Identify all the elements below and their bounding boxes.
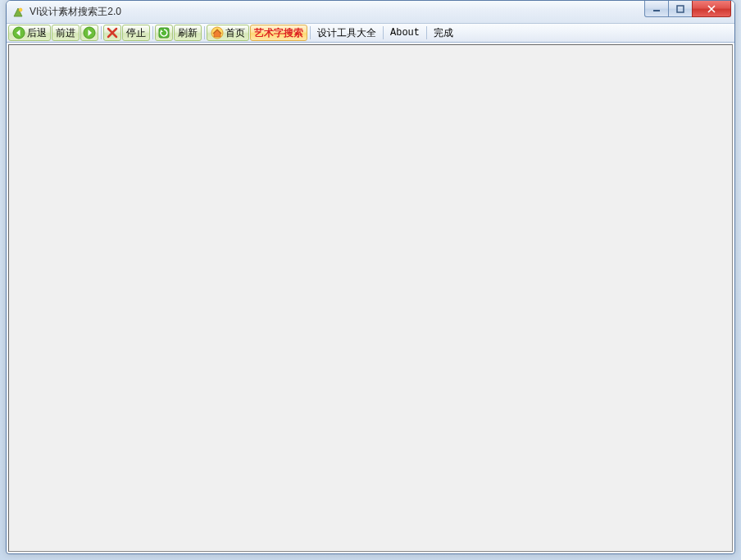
stop-x-icon [106, 26, 119, 39]
toolbar-separator [383, 26, 384, 39]
svg-rect-2 [677, 6, 684, 12]
back-arrow-icon [12, 26, 25, 39]
art-search-button[interactable]: 艺术字搜索 [250, 25, 307, 41]
forward-label: 前进 [56, 26, 75, 40]
maximize-button[interactable] [668, 1, 693, 17]
design-tools-link[interactable]: 设计工具大全 [312, 25, 381, 41]
status-label: 完成 [434, 26, 453, 40]
refresh-icon-button[interactable] [155, 25, 173, 41]
toolbar-separator [101, 26, 102, 39]
refresh-label: 刷新 [178, 26, 198, 40]
toolbar-separator [204, 26, 205, 39]
forward-arrow-icon [83, 26, 96, 39]
app-icon [11, 6, 25, 19]
content-area [8, 44, 733, 552]
about-label: About [390, 27, 420, 39]
app-window: VI设计素材搜索王2.0 后退 前进 [6, 0, 735, 554]
minimize-button[interactable] [644, 1, 669, 17]
status-text: 完成 [429, 25, 458, 41]
back-button[interactable]: 后退 [8, 25, 51, 41]
stop-button[interactable]: 停止 [122, 25, 150, 41]
refresh-button[interactable]: 刷新 [174, 25, 202, 41]
design-tools-label: 设计工具大全 [317, 26, 376, 40]
home-icon [211, 26, 224, 39]
refresh-icon [157, 26, 170, 39]
close-button[interactable] [692, 1, 731, 17]
stop-icon-button[interactable] [103, 25, 121, 41]
titlebar[interactable]: VI设计素材搜索王2.0 [7, 1, 734, 24]
forward-button-label[interactable]: 前进 [52, 25, 80, 41]
stop-label: 停止 [126, 26, 146, 40]
art-search-label: 艺术字搜索 [254, 26, 303, 40]
home-label: 首页 [225, 26, 245, 40]
about-link[interactable]: About [385, 25, 425, 41]
window-controls [645, 1, 734, 17]
toolbar: 后退 前进 停止 [7, 24, 734, 43]
window-title: VI设计素材搜索王2.0 [30, 5, 121, 19]
back-label: 后退 [27, 26, 47, 40]
toolbar-separator [152, 26, 153, 39]
forward-button[interactable] [80, 25, 98, 41]
svg-point-0 [19, 8, 22, 11]
toolbar-separator [426, 26, 427, 39]
svg-rect-1 [653, 10, 660, 11]
toolbar-separator [310, 26, 311, 39]
home-button[interactable]: 首页 [207, 25, 249, 41]
